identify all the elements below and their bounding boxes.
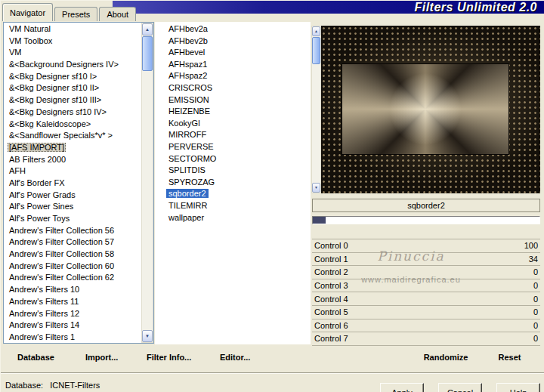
- filter-item[interactable]: SPLITDIS: [155, 165, 311, 177]
- filter-item[interactable]: KookyGl: [155, 118, 311, 130]
- category-item-label: VM Toolbox: [8, 36, 54, 45]
- filter-list[interactable]: AFHbev2a AFHbev2b AFHbevel AFHspaz1 AFHs…: [155, 22, 311, 344]
- control-label: Control 4: [312, 295, 348, 304]
- control-row[interactable]: Control 3 0: [312, 279, 540, 293]
- control-row[interactable]: Control 1 34: [312, 253, 540, 267]
- category-item[interactable]: Andrew's Filters 10: [5, 284, 140, 296]
- window-title: Filters Unlimited 2.0: [414, 1, 537, 14]
- category-item[interactable]: AFH: [5, 165, 140, 177]
- category-item[interactable]: Alf's Power Grads: [5, 190, 140, 202]
- category-item[interactable]: AB Filters 2000: [5, 154, 140, 166]
- category-item[interactable]: Alf's Power Toys: [5, 213, 140, 225]
- control-row[interactable]: Control 7 0: [312, 332, 540, 346]
- category-item[interactable]: Andrew's Filter Collection 62: [5, 272, 140, 284]
- scrollbar-thumb[interactable]: [142, 36, 153, 71]
- category-item[interactable]: Andrew's Filter Collection 58: [5, 248, 140, 261]
- filter-item-label: PERVERSE: [166, 142, 216, 151]
- category-item[interactable]: VM Natural: [5, 23, 140, 35]
- filter-item[interactable]: SPYROZAG: [155, 177, 311, 189]
- category-list-scrollbar[interactable]: ▲ ▼: [141, 23, 153, 343]
- filter-item[interactable]: AFHbev2a: [155, 23, 311, 35]
- control-row[interactable]: Control 2 0: [312, 266, 540, 279]
- filter-item[interactable]: MIRROFF: [155, 129, 311, 141]
- filter-preview-pane[interactable]: [321, 26, 540, 193]
- category-item-label: &<Background Designers IV>: [8, 60, 120, 69]
- category-item[interactable]: &<Bkg Kaleidoscope>: [5, 119, 140, 131]
- category-item[interactable]: [AFS IMPORT]: [5, 142, 140, 154]
- category-item[interactable]: VM Toolbox: [5, 35, 140, 48]
- category-item-label: Alf's Border FX: [8, 178, 66, 187]
- filter-item[interactable]: AFHspaz1: [155, 59, 311, 71]
- category-item[interactable]: Andrew's Filters 11: [5, 296, 140, 308]
- category-item[interactable]: Andrew's Filters 1: [5, 332, 140, 344]
- filter-item[interactable]: sqborder2: [155, 188, 311, 200]
- filter-item[interactable]: wallpaper: [155, 212, 311, 224]
- tab[interactable]: Presets: [54, 7, 97, 21]
- control-row[interactable]: Control 4 0: [312, 292, 540, 306]
- filter-item-label: AFHbev2b: [166, 36, 210, 45]
- scroll-down-icon[interactable]: ▼: [312, 183, 320, 193]
- category-item-label: &<Bkg Designer sf10 I>: [8, 72, 98, 81]
- database-button[interactable]: Database: [17, 353, 54, 362]
- filter-item[interactable]: EMISSION: [155, 94, 311, 106]
- control-label: Control 2: [312, 267, 348, 276]
- control-value: 0: [533, 295, 540, 304]
- category-item[interactable]: Andrew's Filters 14: [5, 319, 140, 332]
- category-item[interactable]: &<Background Designers IV>: [5, 59, 140, 71]
- control-row[interactable]: Control 6 0: [312, 319, 540, 333]
- filter-item[interactable]: TILEMIRR: [155, 200, 311, 212]
- category-item[interactable]: Andrew's Filters 12: [5, 308, 140, 320]
- filter-info-button[interactable]: Filter Info...: [147, 353, 191, 362]
- filter-item[interactable]: SECTORMO: [155, 153, 311, 165]
- category-item[interactable]: &<Bkg Designer sf10 I>: [5, 71, 140, 83]
- editor-button[interactable]: Editor...: [220, 353, 250, 362]
- control-row[interactable]: Control 0 100: [312, 239, 540, 253]
- randomize-button[interactable]: Randomize: [417, 353, 474, 362]
- category-item[interactable]: &<Bkg Designer sf10 II>: [5, 82, 140, 94]
- footer-button[interactable]: Cancel: [438, 383, 482, 392]
- category-item-label: &<Bkg Designer sf10 III>: [8, 95, 103, 104]
- scroll-up-icon[interactable]: ▲: [312, 26, 320, 36]
- category-item[interactable]: Andrew's Filter Collection 57: [5, 236, 140, 248]
- control-label: Control 7: [312, 334, 348, 343]
- filter-item-label: KookyGl: [166, 119, 202, 128]
- import-button[interactable]: Import...: [85, 353, 118, 362]
- category-list[interactable]: VM Natural VM Toolbox VM &<Background De…: [3, 22, 154, 344]
- control-value: 34: [529, 255, 540, 264]
- category-item[interactable]: &<Bkg Designers sf10 IV>: [5, 106, 140, 119]
- footer-button[interactable]: Help: [496, 383, 540, 392]
- filter-item-label: SECTORMO: [166, 154, 218, 163]
- footer-button-label: Apply: [391, 388, 413, 392]
- reset-button[interactable]: Reset: [493, 353, 527, 362]
- preview-scrollbar[interactable]: ▲ ▼: [311, 26, 321, 193]
- filter-item[interactable]: AFHbev2b: [155, 35, 311, 48]
- footer-button[interactable]: Apply: [380, 383, 424, 392]
- category-item[interactable]: Alf's Border FX: [5, 177, 140, 190]
- control-row[interactable]: Control 5 0: [312, 306, 540, 319]
- tab[interactable]: Navigator: [2, 3, 53, 21]
- category-item[interactable]: Andrew's Filter Collection 56: [5, 225, 140, 237]
- scrollbar-thumb[interactable]: [312, 37, 320, 64]
- category-item-label: Alf's Power Grads: [8, 190, 77, 199]
- category-item[interactable]: Andrew's Filter Collection 60: [5, 261, 140, 273]
- filter-item[interactable]: AFHspaz2: [155, 70, 311, 82]
- category-item[interactable]: &<Bkg Designer sf10 III>: [5, 94, 140, 106]
- tab[interactable]: About: [99, 7, 136, 21]
- tab-label: Navigator: [10, 8, 45, 17]
- control-label: Control 3: [312, 281, 348, 290]
- filter-item[interactable]: PERVERSE: [155, 141, 311, 153]
- category-item-label: Andrew's Filters 1: [8, 332, 76, 341]
- category-item[interactable]: &<Sandflower Specials*v* >: [5, 130, 140, 142]
- category-item[interactable]: Alf's Power Sines: [5, 201, 140, 213]
- category-item[interactable]: VM: [5, 47, 140, 59]
- filter-item[interactable]: AFHbevel: [155, 47, 311, 59]
- scroll-up-icon[interactable]: ▲: [142, 23, 153, 35]
- filter-item[interactable]: CRISCROS: [155, 82, 311, 94]
- filter-item-label: EMISSION: [166, 95, 212, 104]
- control-value: 100: [524, 241, 540, 250]
- control-label: Control 6: [312, 321, 348, 330]
- filter-item[interactable]: HEIZENBE: [155, 106, 311, 118]
- filter-item-label: SPLITDIS: [166, 165, 208, 174]
- scroll-down-icon[interactable]: ▼: [142, 330, 153, 342]
- control-value: 0: [533, 321, 540, 330]
